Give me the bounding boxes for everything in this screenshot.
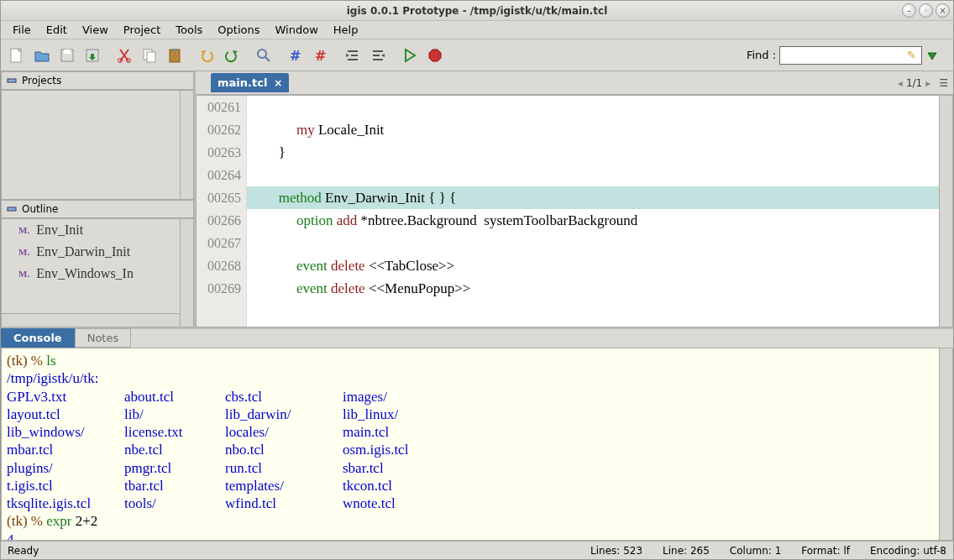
- indent-icon: [344, 47, 361, 64]
- copy-icon: [141, 47, 158, 64]
- indent-button[interactable]: [340, 43, 365, 68]
- outline-item[interactable]: M.Env_Init: [2, 219, 193, 241]
- outline-item[interactable]: M.Env_Darwin_Init: [2, 241, 193, 263]
- code-line[interactable]: [247, 164, 952, 186]
- new-file-button[interactable]: [4, 43, 29, 68]
- next-page-icon[interactable]: ▸: [925, 77, 930, 89]
- ls-entry: tkcon.tcl: [343, 477, 452, 495]
- status-lines: Lines: 523: [590, 545, 642, 557]
- minimize-button[interactable]: –: [902, 3, 916, 18]
- ls-entry: GPLv3.txt: [7, 388, 124, 406]
- projects-scrollbar[interactable]: [180, 91, 193, 199]
- menu-window[interactable]: Window: [269, 22, 325, 38]
- stop-icon: [427, 47, 443, 64]
- comment-icon: #: [287, 47, 304, 64]
- copy-button[interactable]: [137, 43, 162, 68]
- redo-button[interactable]: [219, 43, 244, 68]
- code-line[interactable]: event delete <<TabClose>>: [247, 254, 952, 277]
- find-input[interactable]: [779, 46, 922, 65]
- menu-edit[interactable]: Edit: [39, 22, 74, 38]
- editor-tab[interactable]: main.tcl ×: [211, 73, 289, 92]
- code-line[interactable]: method Env_Darwin_Init { } {: [247, 186, 952, 209]
- code-line[interactable]: [247, 232, 952, 254]
- save-all-button[interactable]: [80, 43, 105, 68]
- menu-options[interactable]: Options: [211, 22, 266, 38]
- console-panel[interactable]: (tk) % ls/tmp/igistk/u/tk:GPLv3.txtabout…: [1, 348, 953, 541]
- outline-scrollbar-v[interactable]: [180, 219, 193, 327]
- outline-label: Outline: [22, 203, 58, 215]
- line-number: 00266: [197, 209, 246, 232]
- line-number: 00263: [197, 141, 246, 164]
- ls-entry: pmgr.tcl: [124, 459, 225, 477]
- menu-tools[interactable]: Tools: [169, 22, 209, 38]
- projects-panel-header[interactable]: Projects: [1, 71, 194, 90]
- menu-view[interactable]: View: [76, 22, 115, 38]
- menu-file[interactable]: File: [6, 22, 38, 38]
- open-file-icon: [34, 47, 50, 64]
- method-icon: M.: [18, 269, 29, 279]
- code-line[interactable]: }: [247, 141, 952, 164]
- paste-button[interactable]: [162, 43, 187, 68]
- collapse-icon: [7, 204, 17, 214]
- outline-item-label: Env_Windows_In: [36, 266, 134, 281]
- collapse-icon: [7, 76, 17, 86]
- close-tab-icon[interactable]: ×: [274, 77, 282, 89]
- outline-panel-header[interactable]: Outline: [1, 200, 194, 218]
- outline-panel[interactable]: M.Env_InitM.Env_Darwin_InitM.Env_Windows…: [1, 218, 194, 328]
- code-line[interactable]: [247, 96, 952, 118]
- search-button[interactable]: [251, 43, 276, 68]
- console-line: (tk) % ls: [7, 352, 947, 369]
- method-icon: M.: [18, 247, 29, 257]
- window-title: igis 0.0.1 Prototype - /tmp/igistk/u/tk/…: [347, 5, 608, 17]
- uncomment-button[interactable]: #: [308, 43, 333, 68]
- page-indicator: 1/1: [906, 77, 922, 89]
- status-bar: Ready Lines: 523 Line: 265 Column: 1 For…: [1, 541, 953, 559]
- menu-help[interactable]: Help: [327, 22, 365, 38]
- prev-page-icon[interactable]: ◂: [898, 77, 903, 89]
- status-encoding[interactable]: Encoding: utf-8: [870, 545, 946, 557]
- status-format[interactable]: Format: lf: [801, 545, 850, 557]
- save-icon: [59, 47, 76, 64]
- code-line[interactable]: event delete <<MenuPopup>>: [247, 277, 952, 300]
- maximize-button[interactable]: ◦: [919, 3, 933, 18]
- title-bar: igis 0.0.1 Prototype - /tmp/igistk/u/tk/…: [1, 1, 953, 21]
- method-icon: M.: [18, 225, 29, 235]
- cut-button[interactable]: [112, 43, 137, 68]
- console-scrollbar[interactable]: [939, 348, 952, 540]
- undo-button[interactable]: [194, 43, 219, 68]
- outdent-button[interactable]: [365, 43, 391, 68]
- tab-menu-icon[interactable]: ☰: [939, 77, 948, 89]
- editor-scrollbar-v[interactable]: [939, 96, 952, 327]
- run-button[interactable]: [397, 43, 422, 68]
- open-file-button[interactable]: [29, 43, 55, 68]
- svg-text:#: #: [315, 48, 326, 64]
- bottom-tab-console[interactable]: Console: [1, 328, 75, 348]
- console-line: lib_windows/license.txtlocales/main.tcl: [7, 423, 947, 441]
- close-window-button[interactable]: ×: [936, 3, 950, 18]
- stop-button[interactable]: [422, 43, 448, 68]
- ls-entry: mbar.tcl: [7, 441, 124, 458]
- line-number: 00267: [197, 232, 246, 254]
- uncomment-icon: #: [312, 47, 329, 64]
- projects-panel[interactable]: [1, 90, 194, 200]
- find-clear-icon[interactable]: ✎: [907, 49, 916, 61]
- outline-item-label: Env_Init: [36, 222, 83, 238]
- outline-scrollbar-h[interactable]: [2, 313, 180, 327]
- menu-project[interactable]: Project: [117, 22, 167, 38]
- new-file-icon: [8, 47, 25, 64]
- console-line: tksqlite.igis.tcltools/wfind.tclwnote.tc…: [7, 495, 947, 512]
- outline-item[interactable]: M.Env_Windows_In: [2, 263, 193, 285]
- editor-body[interactable]: 0026100262002630026400265002660026700268…: [196, 95, 953, 327]
- svg-rect-22: [8, 207, 16, 211]
- bottom-tab-notes[interactable]: Notes: [75, 328, 132, 348]
- ls-entry: tksqlite.igis.tcl: [7, 495, 124, 512]
- save-button[interactable]: [55, 43, 80, 68]
- comment-button[interactable]: #: [283, 43, 308, 68]
- code-line[interactable]: my Locale_Init: [247, 118, 952, 141]
- outdent-icon: [370, 47, 386, 64]
- code-line[interactable]: option add *nbtree.Background systemTool…: [247, 209, 952, 232]
- find-label: Find :: [747, 49, 776, 61]
- line-number: 00268: [197, 254, 246, 277]
- code-text[interactable]: my Locale_Init } method Env_Darwin_Init …: [247, 96, 952, 327]
- find-next-button[interactable]: [920, 43, 945, 68]
